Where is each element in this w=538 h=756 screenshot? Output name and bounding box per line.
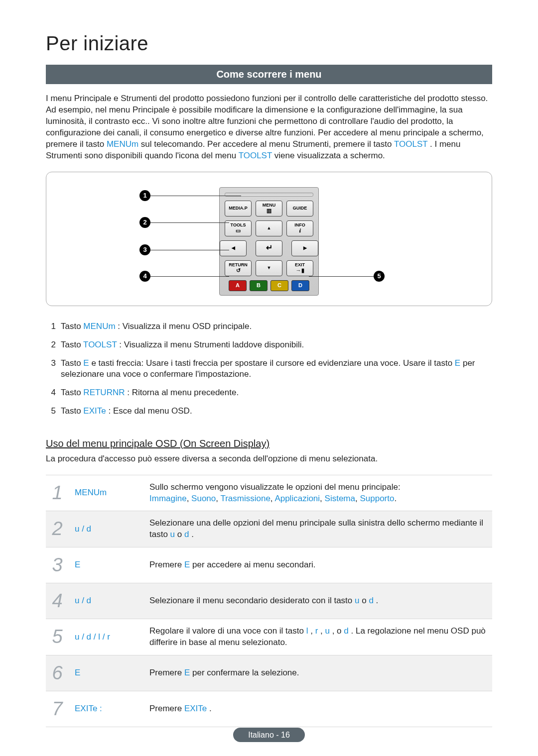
color-a-button: A — [229, 280, 247, 291]
menu-option: Applicazioni — [274, 494, 320, 503]
callout-4: 4 — [139, 271, 150, 282]
legend-text: Tasto MENUm : Visualizza il menu OSD pri… — [61, 321, 492, 332]
legend-key: TOOLST — [83, 340, 117, 349]
step-key: u / d — [69, 511, 143, 547]
legend-row: 2 Tasto TOOLST : Visualizza il menu Stru… — [46, 339, 492, 351]
inline-key: u — [325, 626, 329, 636]
menu-button: MENU▥ — [256, 201, 282, 216]
legend-row: 3 Tasto E e tasti freccia: Usare i tasti… — [46, 358, 492, 381]
callout-1: 1 — [139, 190, 150, 201]
step-number: 4 — [46, 583, 69, 619]
step-desc: Premere EXITe . — [143, 691, 492, 727]
legend-key: RETURNR — [83, 388, 125, 397]
tools-icon: ▭ — [236, 228, 241, 233]
step-number: 3 — [46, 547, 69, 583]
intro-key-tools-b: TOOLST — [239, 151, 272, 160]
legend-text: Tasto RETURNR : Ritorna al menu preceden… — [61, 387, 492, 399]
info-button: INFO𝒊 — [286, 220, 313, 236]
inline-key: u — [355, 596, 359, 605]
inline-key: d — [369, 596, 373, 605]
callout-line — [150, 250, 229, 250]
legend-num: 1 — [46, 321, 56, 332]
return-button: RETURN↺ — [225, 260, 252, 276]
legend-list: 1 Tasto MENUm : Visualizza il menu OSD p… — [46, 321, 492, 418]
exit-button: EXIT→▮ — [286, 260, 313, 276]
callout-line — [150, 196, 241, 196]
inline-key: E — [184, 668, 190, 677]
table-row: 3 E Premere E per accedere ai menu secon… — [46, 547, 492, 583]
step-number: 1 — [46, 475, 69, 511]
osd-heading: Uso del menu principale OSD (On Screen D… — [46, 437, 492, 450]
inline-key: u — [170, 530, 175, 539]
table-row: 6 E Premere E per confermare la selezion… — [46, 655, 492, 691]
step-desc: Premere E per confermare la selezione. — [143, 655, 492, 691]
right-arrow-button: ▶ — [291, 240, 318, 256]
table-row: 5 u / d / l / r Regolare il valore di un… — [46, 619, 492, 655]
exit-icon: →▮ — [296, 268, 304, 273]
legend-row: 1 Tasto MENUm : Visualizza il menu OSD p… — [46, 321, 492, 332]
step-key: MENUm — [69, 475, 143, 511]
step-key: EXITe : — [69, 691, 143, 727]
step-number: 6 — [46, 655, 69, 691]
menu-option: Trasmissione — [220, 494, 270, 503]
legend-row: 5 Tasto EXITe : Esce dal menu OSD. — [46, 406, 492, 417]
step-number: 2 — [46, 511, 69, 547]
callout-5: 5 — [374, 271, 385, 282]
color-b-button: B — [250, 280, 268, 291]
legend-num: 3 — [46, 358, 56, 381]
steps-table: 1 MENUm Sullo schermo vengono visualizza… — [46, 475, 492, 727]
table-row: 4 u / d Selezionare il menu secondario d… — [46, 583, 492, 619]
table-row: 7 EXITe : Premere EXITe . — [46, 691, 492, 727]
remote-illustration: 1 2 3 4 5 MEDIA.P MENU▥ GUIDE TOOLS▭ — [46, 172, 492, 306]
table-row: 1 MENUm Sullo schermo vengono visualizza… — [46, 475, 492, 511]
legend-num: 4 — [46, 387, 56, 399]
color-d-button: D — [291, 280, 309, 291]
menu-option: Supporto — [360, 494, 394, 503]
inline-key: EXITe — [184, 704, 207, 713]
inline-key: d — [344, 626, 348, 636]
intro-key-tools: TOOLST — [394, 139, 427, 149]
intro-text: viene visualizzata a schermo. — [274, 151, 385, 160]
step-desc: Regolare il valore di una voce con il ta… — [143, 619, 492, 655]
step-key: u / d — [69, 583, 143, 619]
media-p-button: MEDIA.P — [225, 201, 252, 216]
intro-paragraph: I menu Principale e Strumenti del prodot… — [46, 93, 492, 162]
menu-option: Sistema — [325, 494, 355, 503]
legend-key: EXITe — [83, 406, 106, 416]
step-key: E — [69, 547, 143, 583]
legend-text: Tasto TOOLST : Visualizza il menu Strume… — [61, 339, 492, 351]
callout-line — [309, 276, 374, 277]
page-number-pill: Italiano - 16 — [233, 728, 305, 743]
return-icon: ↺ — [236, 268, 241, 273]
osd-sub: La procedura d'accesso può essere divers… — [46, 453, 492, 465]
callout-3: 3 — [139, 244, 150, 255]
inline-key: E — [184, 560, 190, 569]
remote-body: MEDIA.P MENU▥ GUIDE TOOLS▭ ▲ INFO𝒊 ◀ ↵ ▶ — [219, 187, 319, 296]
callout-line — [150, 222, 229, 223]
page-footer: Italiano - 16 — [0, 728, 538, 743]
step-desc: Selezionare il menu secondario desiderat… — [143, 583, 492, 619]
legend-text: Tasto EXITe : Esce dal menu OSD. — [61, 406, 492, 417]
menu-option: Immagine — [149, 494, 187, 503]
menu-option: Suono — [191, 494, 216, 503]
step-desc: Sullo schermo vengono visualizzate le op… — [143, 475, 492, 511]
step-key: u / d / l / r — [69, 619, 143, 655]
up-arrow-button: ▲ — [256, 220, 282, 236]
left-arrow-button: ◀ — [220, 240, 247, 256]
table-row: 2 u / d Selezionare una delle opzioni de… — [46, 511, 492, 547]
legend-key: E — [83, 358, 89, 368]
legend-num: 5 — [46, 406, 56, 417]
enter-button: ↵ — [256, 240, 282, 256]
legend-row: 4 Tasto RETURNR : Ritorna al menu preced… — [46, 387, 492, 399]
step-key: E — [69, 655, 143, 691]
legend-key: E — [455, 358, 460, 368]
menu-icon: ▥ — [267, 208, 271, 214]
callout-line — [150, 276, 229, 277]
legend-key: MENUm — [83, 322, 115, 331]
step-desc: Selezionare una delle opzioni del menu p… — [143, 511, 492, 547]
step-number: 5 — [46, 619, 69, 655]
legend-text: Tasto E e tasti freccia: Usare i tasti f… — [61, 358, 492, 381]
section-heading: Come scorrere i menu — [46, 65, 492, 84]
legend-num: 2 — [46, 339, 56, 351]
page-title: Per iniziare — [46, 30, 492, 57]
